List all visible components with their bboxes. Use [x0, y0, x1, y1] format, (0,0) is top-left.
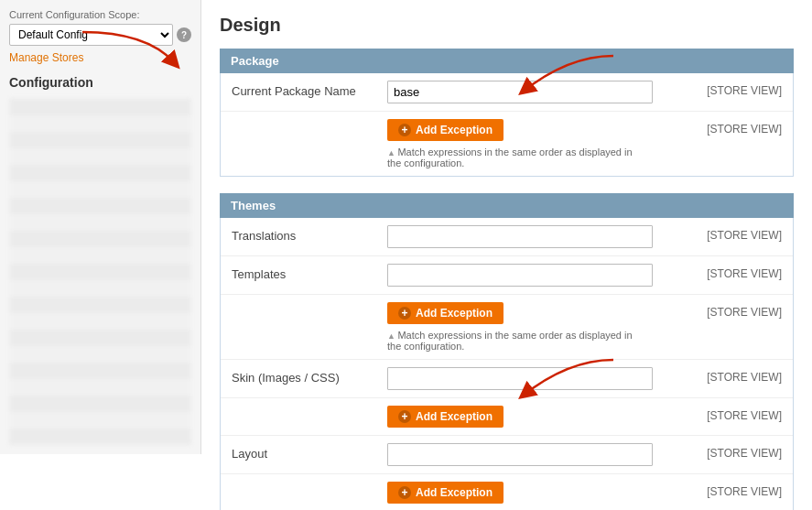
plus-icon-4: + — [398, 486, 411, 499]
translations-store-view: [STORE VIEW] — [690, 225, 782, 242]
layout-store-view: [STORE VIEW] — [690, 443, 782, 460]
manage-stores-link[interactable]: Manage Stores — [9, 51, 191, 64]
layout-exception-spacer — [232, 482, 378, 485]
templates-match-note: Match expressions in the same order as d… — [387, 330, 644, 352]
layout-input[interactable] — [387, 443, 653, 466]
sidebar-nav-blurred — [9, 97, 191, 445]
package-exception-row: + Add Exception Match expressions in the… — [221, 112, 793, 176]
templates-add-exception-label: Add Exception — [416, 307, 493, 320]
package-name-field — [387, 81, 681, 103]
help-icon[interactable]: ? — [177, 27, 191, 42]
skin-field — [387, 367, 681, 390]
package-exception-spacer — [232, 119, 378, 123]
templates-exception-field: + Add Exception Match expressions in the… — [387, 302, 681, 352]
translations-input[interactable] — [387, 225, 653, 248]
scope-label: Current Configuration Scope: — [9, 9, 191, 20]
config-scope-select[interactable]: Default Config — [9, 24, 173, 46]
layout-exception-field: + Add Exception — [387, 482, 681, 504]
plus-icon: + — [398, 124, 411, 136]
skin-add-exception-label: Add Exception — [416, 410, 493, 423]
skin-label: Skin (Images / CSS) — [232, 367, 378, 385]
skin-exception-field: + Add Exception — [387, 406, 681, 428]
translations-field — [387, 225, 681, 248]
skin-exception-spacer — [232, 406, 378, 409]
package-exception-field: + Add Exception Match expressions in the… — [387, 119, 681, 168]
templates-label: Templates — [232, 264, 378, 281]
themes-section-header: Themes — [220, 193, 794, 218]
plus-icon-2: + — [398, 307, 411, 320]
skin-exception-store-view: [STORE VIEW] — [690, 406, 782, 422]
package-name-label: Current Package Name — [232, 81, 378, 98]
templates-add-exception-button[interactable]: + Add Exception — [387, 302, 503, 324]
templates-exception-store-view: [STORE VIEW] — [690, 302, 782, 319]
layout-add-exception-button[interactable]: + Add Exception — [387, 482, 503, 504]
configuration-section-title: Configuration — [9, 75, 191, 90]
package-add-exception-button[interactable]: + Add Exception — [387, 119, 503, 141]
layout-exception-row: + Add Exception [STORE VIEW] — [221, 474, 793, 510]
skin-add-exception-button[interactable]: + Add Exception — [387, 406, 503, 428]
package-name-input[interactable] — [387, 81, 653, 103]
layout-exception-store-view: [STORE VIEW] — [690, 482, 782, 498]
package-name-row: Current Package Name [STORE VIEW] — [221, 73, 793, 112]
package-exception-store-view: [STORE VIEW] — [690, 119, 782, 136]
package-add-exception-label: Add Exception — [416, 124, 493, 136]
templates-store-view: [STORE VIEW] — [690, 264, 782, 280]
package-name-store-view: [STORE VIEW] — [690, 81, 782, 97]
themes-section: Themes Translations [STORE VIEW] Templat… — [220, 193, 794, 510]
skin-store-view: [STORE VIEW] — [690, 367, 782, 384]
layout-row: Layout [STORE VIEW] — [221, 436, 793, 474]
translations-label: Translations — [232, 225, 378, 243]
skin-exception-row: + Add Exception [STORE VIEW] — [221, 398, 793, 436]
page-title: Design — [220, 15, 794, 36]
skin-row: Skin (Images / CSS) [STORE VIEW] — [221, 360, 793, 398]
templates-field — [387, 264, 681, 287]
package-match-note: Match expressions in the same order as d… — [387, 146, 644, 168]
layout-add-exception-label: Add Exception — [416, 486, 493, 499]
templates-row: Templates [STORE VIEW] — [221, 256, 793, 295]
skin-input[interactable] — [387, 367, 653, 390]
layout-field — [387, 443, 681, 466]
package-section-header: Package — [220, 49, 794, 73]
templates-exception-row: + Add Exception Match expressions in the… — [221, 295, 793, 360]
templates-input[interactable] — [387, 264, 653, 287]
plus-icon-3: + — [398, 410, 411, 423]
package-section: Package Current Package Name [STORE VIEW… — [220, 49, 794, 177]
layout-label: Layout — [232, 443, 378, 461]
translations-row: Translations [STORE VIEW] — [221, 218, 793, 256]
templates-exception-spacer — [232, 302, 378, 306]
